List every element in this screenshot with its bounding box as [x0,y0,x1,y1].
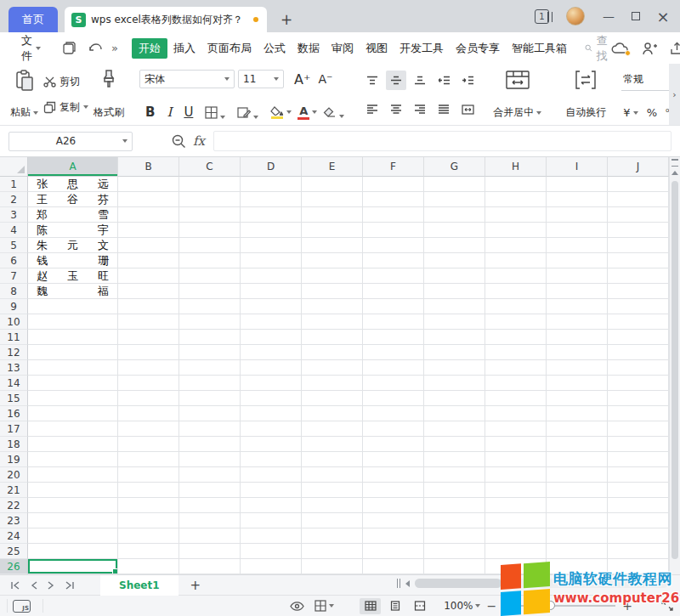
cell-F2[interactable] [363,192,424,207]
cell-C16[interactable] [179,406,241,421]
cell-A18[interactable] [28,437,118,452]
cell-C17[interactable] [179,421,241,437]
cell-E19[interactable] [302,452,363,467]
fill-color-button[interactable] [270,106,284,119]
row-header-26[interactable]: 26 [0,559,28,574]
font-name-select[interactable]: 宋体 [139,70,235,88]
cell-C25[interactable] [179,544,241,559]
cell-A13[interactable] [28,360,118,376]
share-button[interactable] [670,42,680,55]
share-user-button[interactable] [642,42,658,55]
row-header-9[interactable]: 9 [0,299,28,314]
cell-I15[interactable] [547,391,608,406]
cell-E22[interactable] [302,498,363,513]
cell-G14[interactable] [424,376,485,391]
borders-button[interactable] [205,106,225,119]
cell-D21[interactable] [241,483,302,498]
cell-C10[interactable] [179,314,241,330]
cell-C2[interactable] [179,192,241,207]
cell-D20[interactable] [241,467,302,483]
column-header-J[interactable]: J [608,157,669,177]
cell-H23[interactable] [485,513,547,528]
chevron-down-icon[interactable] [475,604,480,608]
cell-H2[interactable] [485,192,547,207]
cell-H10[interactable] [485,314,547,330]
row-header-11[interactable]: 11 [0,330,28,345]
cell-G1[interactable] [424,177,485,192]
justify-button[interactable] [434,99,454,119]
row-header-1[interactable]: 1 [0,177,28,192]
fx-icon[interactable]: fx [193,133,205,149]
cell-J3[interactable] [608,207,669,223]
cell-F22[interactable] [363,498,424,513]
chevron-down-icon[interactable] [286,110,292,114]
cell-D17[interactable] [241,421,302,437]
cell-A1[interactable]: 张思远 [28,177,118,192]
cell-B12[interactable] [118,345,179,360]
cell-D4[interactable] [241,223,302,238]
cell-B6[interactable] [118,253,179,268]
cell-A6[interactable]: 钱珊 [28,253,118,268]
cell-I22[interactable] [547,498,608,513]
cell-I16[interactable] [547,406,608,421]
cell-F5[interactable] [363,238,424,253]
cell-I11[interactable] [547,330,608,345]
cell-B2[interactable] [118,192,179,207]
column-header-I[interactable]: I [547,157,608,177]
cell-I5[interactable] [547,238,608,253]
cell-F17[interactable] [363,421,424,437]
cell-A26[interactable] [28,559,118,574]
cell-A10[interactable] [28,314,118,330]
cell-H7[interactable] [485,268,547,284]
cell-A17[interactable] [28,421,118,437]
cell-B22[interactable] [118,498,179,513]
cell-B10[interactable] [118,314,179,330]
cell-A14[interactable] [28,376,118,391]
cell-E7[interactable] [302,268,363,284]
cell-I12[interactable] [547,345,608,360]
cell-G25[interactable] [424,544,485,559]
close-button[interactable]: × [651,0,675,32]
row-header-17[interactable]: 17 [0,421,28,437]
row-header-12[interactable]: 12 [0,345,28,360]
align-top-button[interactable] [362,71,382,90]
cell-C26[interactable] [179,559,241,574]
cell-E24[interactable] [302,528,363,544]
cell-D13[interactable] [241,360,302,376]
select-all-corner[interactable] [0,157,28,177]
cell-C4[interactable] [179,223,241,238]
row-header-6[interactable]: 6 [0,253,28,268]
row-header-22[interactable]: 22 [0,498,28,513]
cell-A22[interactable] [28,498,118,513]
cell-C20[interactable] [179,467,241,483]
row-header-25[interactable]: 25 [0,544,28,559]
cell-F20[interactable] [363,467,424,483]
cell-D6[interactable] [241,253,302,268]
cell-J25[interactable] [608,544,669,559]
cell-E16[interactable] [302,406,363,421]
cell-E14[interactable] [302,376,363,391]
cell-D12[interactable] [241,345,302,360]
cell-D16[interactable] [241,406,302,421]
align-middle-button[interactable] [386,71,406,90]
cell-A23[interactable] [28,513,118,528]
tab-view[interactable]: 视图 [360,38,394,59]
tab-dev-tools[interactable]: 开发工具 [394,38,450,59]
cell-G11[interactable] [424,330,485,345]
cell-G21[interactable] [424,483,485,498]
cell-E15[interactable] [302,391,363,406]
cell-B11[interactable] [118,330,179,345]
percent-button[interactable]: % [647,106,657,119]
cell-D19[interactable] [241,452,302,467]
paste-button[interactable]: 粘贴 [7,68,42,122]
bold-button[interactable]: B [145,105,155,120]
maximize-button[interactable] [624,0,648,32]
cell-J1[interactable] [608,177,669,192]
cell-G22[interactable] [424,498,485,513]
align-right-button[interactable] [410,99,430,119]
cell-H9[interactable] [485,299,547,314]
cell-A7[interactable]: 赵玉旺 [28,268,118,284]
cell-J9[interactable] [608,299,669,314]
cell-J8[interactable] [608,284,669,299]
normal-view-button[interactable] [360,598,381,614]
